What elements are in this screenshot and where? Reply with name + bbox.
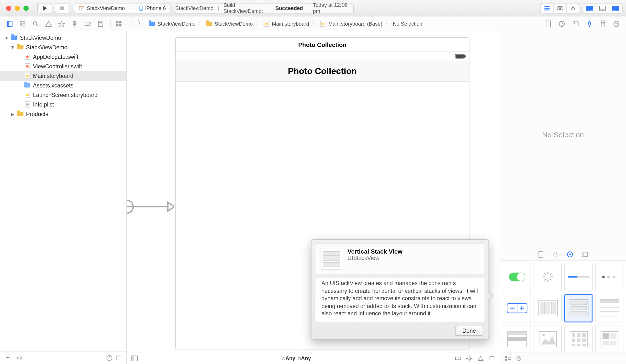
canvas-footer: wAny hAny xyxy=(127,352,500,364)
activity-status: Succeeded xyxy=(275,5,303,11)
svg-rect-116 xyxy=(571,333,575,337)
debug-navigator-icon[interactable] xyxy=(71,20,78,27)
scm-filter-icon[interactable] xyxy=(116,355,122,361)
file-icon xyxy=(11,35,18,41)
svg-rect-12 xyxy=(587,6,588,10)
find-navigator-icon[interactable] xyxy=(32,20,39,27)
filter-scope-icon[interactable] xyxy=(16,355,23,361)
tree-row[interactable]: LaunchScreen.storyboard xyxy=(0,90,126,100)
library-filter-icon[interactable] xyxy=(516,355,522,361)
tree-row[interactable]: ▼StackViewDemo xyxy=(0,33,126,42)
tree-row[interactable]: Main.storyboard xyxy=(0,71,126,81)
object-table-view-cell[interactable] xyxy=(503,325,531,352)
size-inspector-icon[interactable] xyxy=(600,20,606,27)
bottom-panel-toggle-icon xyxy=(596,3,609,13)
object-progress-view[interactable] xyxy=(564,263,592,291)
svg-rect-133 xyxy=(508,359,511,360)
file-inspector-icon[interactable] xyxy=(545,20,551,27)
tree-row[interactable]: Assets.xcassets xyxy=(0,81,126,90)
report-navigator-icon[interactable] xyxy=(97,20,104,27)
svg-rect-61 xyxy=(132,356,134,361)
run-button[interactable] xyxy=(38,3,52,13)
interface-builder-canvas[interactable]: Photo Collection Photo Collection Vertic… xyxy=(127,31,500,364)
code-snippet-library-icon[interactable]: { } xyxy=(552,251,559,258)
svg-rect-16 xyxy=(617,6,619,10)
object-info-popover: Vertical Stack View UIStackView An UISta… xyxy=(311,239,489,340)
svg-rect-119 xyxy=(571,338,575,342)
editor-mode-segmented[interactable] xyxy=(540,3,580,13)
svg-point-135 xyxy=(518,357,520,359)
object-collection-view[interactable] xyxy=(564,325,592,352)
tree-row[interactable]: Info.plist xyxy=(0,100,126,109)
svg-rect-117 xyxy=(577,333,580,337)
svg-rect-76 xyxy=(582,252,584,257)
activity-project: StackViewDemo xyxy=(175,5,213,11)
breadcrumb-item[interactable]: No Selection xyxy=(393,21,422,27)
attributes-inspector-icon[interactable] xyxy=(586,20,593,27)
object-switch[interactable] xyxy=(503,263,531,291)
breadcrumb[interactable]: StackViewDemo〉 StackViewDemo〉 Main.story… xyxy=(149,20,422,27)
breadcrumb-item[interactable]: StackViewDemo xyxy=(215,21,253,27)
project-navigator-icon[interactable] xyxy=(6,20,13,27)
size-class-selector[interactable]: wAny hAny xyxy=(138,355,455,361)
resolve-issues-tool-icon[interactable] xyxy=(477,355,484,361)
breadcrumb-item[interactable]: Main.storyboard xyxy=(272,21,309,27)
align-tool-icon[interactable] xyxy=(455,355,462,361)
quick-help-inspector-icon[interactable]: ? xyxy=(558,20,565,27)
file-icon xyxy=(24,73,31,79)
minimize-window-icon[interactable] xyxy=(15,5,20,10)
nav-back-icon[interactable]: 〈 xyxy=(126,19,133,28)
file-icon xyxy=(17,44,24,50)
breadcrumb-item[interactable]: Main.storyboard (Base) xyxy=(328,21,382,27)
svg-rect-127 xyxy=(610,333,616,339)
breadcrumb-item[interactable]: StackViewDemo xyxy=(157,21,196,27)
panel-toggle-segmented[interactable] xyxy=(583,3,623,13)
identity-inspector-icon[interactable] xyxy=(572,20,579,27)
tree-row[interactable]: ▶Products xyxy=(0,109,126,119)
breakpoint-navigator-icon[interactable] xyxy=(84,20,91,27)
close-window-icon[interactable] xyxy=(6,5,11,10)
library-footer xyxy=(500,352,626,364)
svg-marker-113 xyxy=(541,336,555,344)
issue-navigator-icon[interactable] xyxy=(45,20,52,27)
navigation-bar-title[interactable]: Photo Collection xyxy=(176,61,469,82)
symbol-navigator-icon[interactable] xyxy=(19,20,26,27)
document-outline-toggle-icon[interactable] xyxy=(131,355,138,361)
object-image-view[interactable] xyxy=(534,325,562,352)
svg-rect-71 xyxy=(539,251,543,258)
object-page-control[interactable] xyxy=(595,263,623,291)
recent-filter-icon[interactable] xyxy=(106,355,113,361)
object-library-icon[interactable] xyxy=(567,251,573,258)
object-horizontal-stack-view[interactable] xyxy=(534,294,562,323)
object-collection-view-cell[interactable] xyxy=(595,325,623,352)
file-template-library-icon[interactable] xyxy=(538,251,544,258)
tree-row[interactable]: AppDelegate.swift xyxy=(0,52,126,62)
pin-tool-icon[interactable] xyxy=(466,355,473,361)
connections-inspector-icon[interactable] xyxy=(613,20,620,27)
add-icon[interactable]: ＋ xyxy=(4,353,11,362)
file-icon xyxy=(24,92,31,98)
svg-rect-126 xyxy=(602,333,608,339)
scheme-selector[interactable]: A StackViewDemo 〉 iPhone 6 xyxy=(74,3,171,13)
zoom-window-icon[interactable] xyxy=(23,5,29,10)
nav-forward-icon[interactable]: 〉 xyxy=(137,19,144,28)
library-view-mode-icon[interactable] xyxy=(505,356,511,361)
tree-label: AppDelegate.swift xyxy=(33,54,78,60)
svg-rect-132 xyxy=(508,356,511,357)
object-stepper[interactable] xyxy=(503,294,531,323)
resizing-tool-icon[interactable] xyxy=(489,355,495,361)
related-items-icon[interactable] xyxy=(116,21,122,27)
tree-row[interactable]: ViewController.swift xyxy=(0,62,126,71)
object-vertical-stack-view[interactable] xyxy=(564,294,592,323)
tree-label: StackViewDemo xyxy=(20,34,61,41)
activity-viewer[interactable]: StackViewDemo | Build StackViewDemo: Suc… xyxy=(175,3,353,13)
object-table-view[interactable] xyxy=(595,294,623,323)
stop-button[interactable] xyxy=(55,3,70,13)
tree-row[interactable]: ▼StackViewDemo xyxy=(0,42,126,52)
test-navigator-icon[interactable] xyxy=(58,20,65,27)
media-library-icon[interactable] xyxy=(581,251,588,258)
object-activity-indicator[interactable] xyxy=(534,263,562,291)
done-button[interactable]: Done xyxy=(455,326,483,336)
svg-rect-123 xyxy=(577,344,580,346)
svg-rect-22 xyxy=(23,21,25,22)
